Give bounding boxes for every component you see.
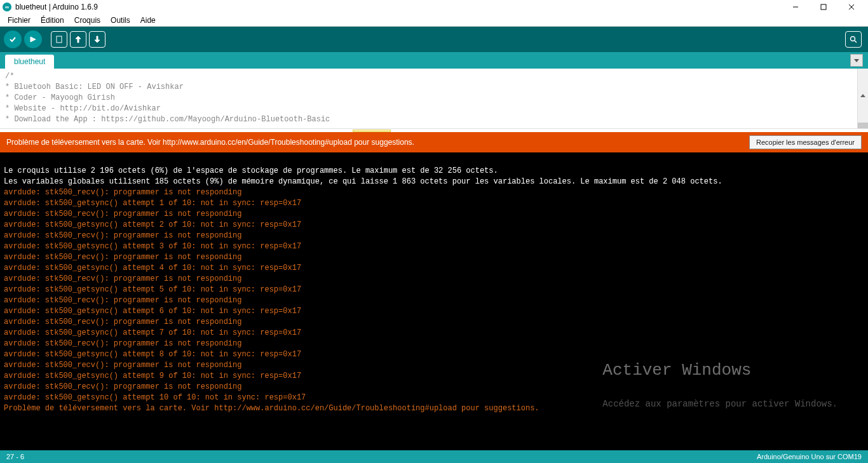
code-line: * Website - http://bit.do/Avishkar	[5, 104, 161, 113]
console-line: avrdude: stk500_recv(): programmer is no…	[4, 339, 241, 348]
watermark-title: Activer Windows	[602, 365, 837, 376]
progress-area	[0, 128, 868, 132]
console-line: avrdude: stk500_getsync() attempt 10 of …	[4, 393, 306, 402]
window-title: bluetheut | Arduino 1.6.9	[15, 3, 782, 11]
console[interactable]: Le croquis utilise 2 196 octets (6%) de …	[0, 152, 868, 450]
svg-point-8	[851, 37, 855, 41]
menu-fichier[interactable]: Fichier	[4, 15, 34, 26]
open-sketch-button[interactable]	[70, 31, 86, 48]
console-line: avrdude: stk500_recv(): programmer is no…	[4, 382, 241, 391]
error-bar: Problème de téléversement vers la carte.…	[0, 132, 868, 152]
minimize-button[interactable]	[782, 0, 810, 14]
verify-button[interactable]	[4, 30, 22, 48]
code-line: * Coder - Mayoogh Girish	[5, 93, 115, 102]
console-line: avrdude: stk500_recv(): programmer is no…	[4, 210, 241, 218]
error-message: Problème de téléversement vers la carte.…	[6, 138, 749, 147]
console-line: avrdude: stk500_getsync() attempt 3 of 1…	[4, 242, 301, 251]
svg-rect-1	[821, 4, 826, 10]
upload-button[interactable]	[24, 30, 42, 48]
console-line: avrdude: stk500_getsync() attempt 8 of 1…	[4, 350, 301, 359]
console-line: avrdude: stk500_getsync() attempt 6 of 1…	[4, 307, 301, 316]
menu-edition[interactable]: Édition	[37, 15, 68, 26]
code-editor[interactable]: /* * Bluetooh Basic: LED ON OFF - Avishk…	[0, 69, 868, 128]
console-line: avrdude: stk500_getsync() attempt 4 of 1…	[4, 264, 301, 272]
code-line: * Download the App : https://github.com/…	[5, 115, 330, 124]
console-line: avrdude: stk500_getsync() attempt 2 of 1…	[4, 220, 301, 229]
tab-menu-button[interactable]	[850, 54, 863, 67]
console-line: Les variables globales utilisent 185 oct…	[4, 177, 722, 186]
menu-aide[interactable]: Aide	[137, 15, 159, 26]
console-line: avrdude: stk500_recv(): programmer is no…	[4, 361, 241, 370]
arduino-logo-icon: ∞	[3, 3, 11, 11]
copy-errors-button[interactable]: Recopier les messages d'erreur	[749, 135, 862, 149]
console-line	[4, 156, 8, 164]
save-sketch-button[interactable]	[89, 31, 105, 48]
menubar: Fichier Édition Croquis Outils Aide	[0, 14, 868, 27]
close-button[interactable]	[837, 0, 865, 14]
svg-line-9	[855, 41, 857, 43]
titlebar: ∞ bluetheut | Arduino 1.6.9	[0, 0, 868, 14]
console-line: avrdude: stk500_recv(): programmer is no…	[4, 253, 241, 262]
console-line: avrdude: stk500_recv(): programmer is no…	[4, 231, 241, 240]
code-line: /*	[5, 72, 14, 81]
console-line: avrdude: stk500_recv(): programmer is no…	[4, 274, 241, 283]
console-line: avrdude: stk500_getsync() attempt 9 of 1…	[4, 372, 301, 380]
watermark-subtitle: Accédez aux paramètres pour activer Wind…	[602, 399, 837, 410]
board-port-label: Arduino/Genuino Uno sur COM19	[757, 453, 862, 460]
tabstrip: bluetheut	[0, 52, 868, 69]
console-line: avrdude: stk500_recv(): programmer is no…	[4, 188, 241, 197]
app-root: ∞ bluetheut | Arduino 1.6.9 Fichier Édit…	[0, 0, 868, 463]
svg-marker-6	[76, 36, 81, 43]
maximize-button[interactable]	[810, 0, 837, 14]
code-line: * Bluetooh Basic: LED ON OFF - Avishkar	[5, 83, 184, 91]
svg-rect-5	[57, 36, 62, 43]
console-line: Le croquis utilise 2 196 octets (6%) de …	[4, 166, 498, 175]
menu-outils[interactable]: Outils	[107, 15, 134, 26]
serial-monitor-button[interactable]	[845, 31, 862, 48]
statusbar: 27 - 6 Arduino/Genuino Uno sur COM19	[0, 450, 868, 463]
console-line: avrdude: stk500_getsync() attempt 5 of 1…	[4, 285, 301, 294]
console-line: avrdude: stk500_recv(): programmer is no…	[4, 318, 241, 326]
scroll-up-icon[interactable]	[858, 90, 868, 101]
scroll-thumb[interactable]	[858, 123, 868, 128]
toolbar	[0, 27, 868, 52]
code-link[interactable]: https://github.com/Mayoogh/Arduino-Bluet…	[101, 115, 330, 124]
cursor-position: 27 - 6	[6, 453, 757, 460]
sketch-tab[interactable]: bluetheut	[5, 55, 54, 69]
svg-marker-11	[860, 94, 865, 97]
console-line: avrdude: stk500_getsync() attempt 1 of 1…	[4, 199, 301, 208]
console-line: Problème de téléversement vers la carte.…	[4, 404, 539, 413]
menu-croquis[interactable]: Croquis	[71, 15, 104, 26]
console-line: avrdude: stk500_getsync() attempt 7 of 1…	[4, 328, 301, 337]
windows-activation-watermark: Activer Windows Accédez aux paramètres p…	[602, 344, 837, 431]
new-sketch-button[interactable]	[51, 31, 67, 48]
svg-marker-7	[95, 36, 100, 43]
code-link[interactable]: http://bit.do/Avishkar	[60, 104, 160, 113]
svg-marker-10	[854, 59, 859, 62]
editor-scrollbar[interactable]	[857, 69, 868, 128]
progress-bar	[353, 130, 391, 132]
console-line: avrdude: stk500_recv(): programmer is no…	[4, 296, 241, 305]
svg-marker-4	[31, 37, 36, 42]
